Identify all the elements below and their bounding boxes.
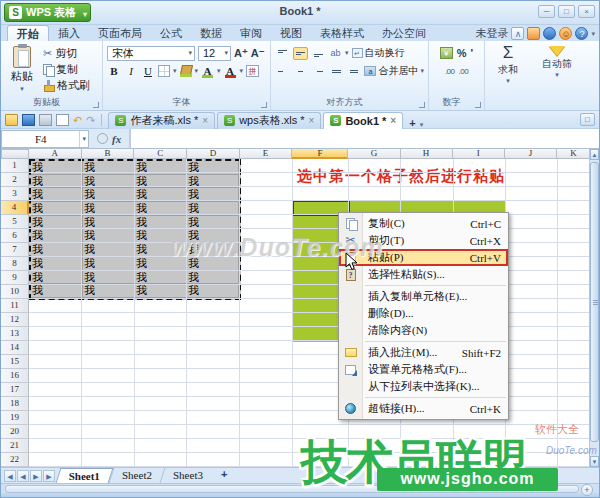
close-icon[interactable]: × (309, 115, 315, 126)
align-top-button[interactable] (275, 47, 290, 60)
format-painter-button[interactable]: 格式刷 (43, 78, 90, 92)
help-icon[interactable]: ? (575, 27, 588, 40)
sheet-tab-sheet1[interactable]: Sheet1 (56, 468, 114, 483)
selected-cell-C[interactable]: 我 (135, 257, 187, 271)
restore-window-icon[interactable]: □ (580, 113, 595, 126)
row-header-8[interactable]: 8 (1, 257, 29, 271)
column-header-D[interactable]: D (187, 149, 240, 159)
row-header-18[interactable]: 18 (1, 397, 29, 411)
dialog-launcher-icon[interactable] (261, 102, 267, 108)
print-icon[interactable] (39, 114, 52, 126)
dialog-launcher-icon[interactable] (419, 102, 425, 108)
shrink-font-button[interactable]: A⁻ (251, 47, 265, 60)
column-header-K[interactable]: K (557, 149, 591, 159)
vertical-scrollbar[interactable]: ▲ ▼ (589, 149, 599, 467)
selected-cell-A[interactable]: 我 (31, 243, 83, 257)
align-right-button[interactable] (311, 65, 326, 78)
italic-button[interactable]: I (124, 65, 138, 77)
orientation-button[interactable]: ab (329, 47, 342, 59)
row-header-20[interactable]: 20 (1, 425, 29, 439)
copy-button[interactable]: 复制 (43, 62, 90, 76)
gift-icon[interactable] (527, 27, 540, 40)
new-document-tab-button[interactable]: + (405, 117, 419, 129)
row-header-15[interactable]: 15 (1, 355, 29, 369)
chevron-down-icon[interactable]: ▾ (195, 67, 199, 75)
row-header-13[interactable]: 13 (1, 327, 29, 341)
selected-cell-C[interactable]: 我 (135, 284, 187, 298)
comma-button[interactable]: ' (471, 47, 474, 59)
borders-button[interactable] (158, 65, 170, 77)
close-icon[interactable]: × (390, 115, 396, 126)
row-header-12[interactable]: 12 (1, 313, 29, 327)
name-box[interactable]: F4 ▾ (1, 130, 89, 148)
smiley-icon[interactable]: ☺ (559, 27, 572, 40)
increase-indent-button[interactable] (347, 65, 362, 78)
chevron-down-icon[interactable]: ▾ (345, 49, 349, 57)
align-bottom-button[interactable] (311, 47, 326, 60)
zoom-in-button[interactable]: + (581, 484, 593, 496)
menu-item-hyperlink[interactable]: 超链接(H)...Ctrl+K (339, 400, 508, 417)
underline-button[interactable]: U (141, 65, 155, 77)
menu-item-insert-comment[interactable]: 插入批注(M)...Shift+F2 (339, 344, 508, 361)
font-size-select[interactable]: 12 ▾ (198, 46, 231, 61)
autosum-button[interactable]: Σ 求和 ▾ (485, 41, 531, 110)
chevron-down-icon[interactable]: ▾ (420, 121, 424, 129)
percent-button[interactable]: % (457, 47, 467, 59)
pinyin-button[interactable]: 拼 (246, 65, 259, 77)
column-header-F[interactable]: F (292, 149, 348, 159)
cut-button[interactable]: ✂ 剪切 (43, 46, 90, 60)
selected-cell-B[interactable]: 我 (83, 284, 135, 298)
grow-font-button[interactable]: A⁺ (234, 47, 248, 60)
sheet-tab-sheet3[interactable]: Sheet3 (160, 468, 216, 483)
maximize-button[interactable]: □ (558, 5, 575, 18)
row-header-6[interactable]: 6 (1, 229, 29, 243)
menu-item-pick-from-list[interactable]: 从下拉列表中选择(K)... (339, 378, 508, 395)
row-header-5[interactable]: 5 (1, 215, 29, 229)
align-middle-button[interactable] (293, 47, 308, 60)
align-center-button[interactable] (293, 65, 308, 78)
menu-item-copy[interactable]: 复制(C)Ctrl+C (339, 215, 508, 232)
document-tab-0[interactable]: S作者来稿.xls *× (108, 112, 215, 129)
font-color-button[interactable]: A (201, 65, 214, 77)
cancel-icon[interactable] (97, 133, 108, 144)
bold-button[interactable]: B (107, 65, 121, 77)
ribbon-tab-8[interactable]: 办公空间 (373, 25, 435, 41)
collapse-ribbon-icon[interactable]: ∧ (511, 27, 524, 40)
column-header-E[interactable]: E (240, 149, 293, 159)
chevron-down-icon[interactable]: ▾ (591, 30, 595, 38)
row-header-21[interactable]: 21 (1, 439, 29, 453)
menu-item-paste-special[interactable]: ?选择性粘贴(S)... (339, 266, 508, 283)
document-tab-2[interactable]: SBook1 *× (323, 112, 403, 129)
column-header-G[interactable]: G (348, 149, 400, 159)
dialog-launcher-icon[interactable] (93, 102, 99, 108)
row-header-3[interactable]: 3 (1, 187, 29, 201)
column-header-J[interactable]: J (505, 149, 557, 159)
login-status[interactable]: 未登录 (475, 26, 508, 41)
ribbon-tab-7[interactable]: 表格样式 (311, 25, 373, 41)
row-header-9[interactable]: 9 (1, 271, 29, 285)
undo-icon[interactable]: ↶ (73, 114, 82, 126)
row-header-14[interactable]: 14 (1, 341, 29, 355)
selected-cell-C[interactable]: 我 (135, 243, 187, 257)
menu-item-clear-contents[interactable]: 清除内容(N) (339, 322, 508, 339)
selected-cell-B[interactable]: 我 (83, 243, 135, 257)
minimize-button[interactable]: ─ (538, 5, 555, 18)
selected-cell-C[interactable]: 我 (135, 271, 187, 285)
decrease-indent-button[interactable] (329, 65, 344, 78)
currency-button[interactable]: ¥ (440, 47, 453, 59)
row-header-17[interactable]: 17 (1, 383, 29, 397)
sheet-tab-sheet2[interactable]: Sheet2 (109, 468, 165, 483)
document-tab-1[interactable]: Swps表格.xls *× (217, 112, 321, 129)
menu-item-paste[interactable]: 粘贴(P)Ctrl+V (339, 249, 508, 266)
ribbon-tab-6[interactable]: 视图 (271, 25, 311, 41)
menu-item-delete[interactable]: 删除(D)... (339, 305, 508, 322)
decrease-decimal-button[interactable]: .00 (459, 67, 469, 76)
redo-icon[interactable]: ↷ (86, 114, 95, 126)
horizontal-scrollbar[interactable] (1, 483, 599, 493)
ribbon-tab-5[interactable]: 审阅 (231, 25, 271, 41)
ribbon-tab-2[interactable]: 页面布局 (89, 25, 151, 41)
formula-input[interactable] (130, 129, 599, 148)
merge-center-button[interactable]: a 合并居中 ▾ (364, 64, 424, 78)
ribbon-tab-4[interactable]: 数据 (191, 25, 231, 41)
ribbon-tab-3[interactable]: 公式 (151, 25, 191, 41)
